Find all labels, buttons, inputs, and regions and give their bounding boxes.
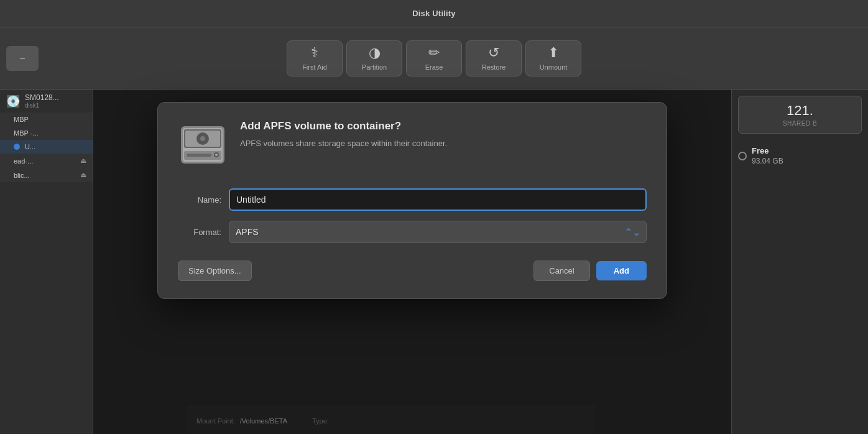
cancel-button[interactable]: Cancel: [533, 261, 589, 281]
free-info: Free 93.04 GB: [752, 146, 783, 165]
dialog-form: Name: Format: APFS APFS (Encrypted) APFS…: [178, 188, 647, 243]
partition-icon: ◑: [369, 46, 381, 60]
first-aid-label: First Aid: [302, 63, 327, 71]
toolbar: − ⚕ First Aid ◑ Partition ✏ Erase ↺ Rest…: [0, 27, 868, 90]
shared-space-panel: 121. SHARED B: [738, 96, 862, 134]
svg-point-9: [215, 154, 218, 156]
first-aid-button[interactable]: ⚕ First Aid: [287, 40, 343, 76]
add-volume-dialog: Add APFS volume to container? APFS volum…: [157, 102, 667, 299]
dialog-overlay: Add APFS volume to container? APFS volum…: [93, 90, 731, 434]
sidebar-volume-info-4: ead-...: [14, 157, 33, 165]
sidebar: 💽 SM0128... disk1 MBP MBP -... U...: [0, 90, 93, 434]
content-area: Add APFS volume to container? APFS volum…: [93, 90, 731, 434]
sidebar-volume-info: MBP: [14, 116, 29, 123]
dialog-title: Add APFS volume to container?: [240, 120, 447, 132]
svg-rect-7: [187, 154, 211, 157]
name-row: Name:: [178, 188, 647, 211]
dialog-buttons: Size Options... Cancel Add: [178, 261, 647, 281]
selected-indicator: [14, 144, 20, 150]
sidebar-item-blic[interactable]: blic... ⏏: [0, 168, 93, 182]
first-aid-icon: ⚕: [311, 46, 318, 60]
format-label: Format:: [178, 228, 221, 237]
size-options-button[interactable]: Size Options...: [178, 261, 252, 281]
sidebar-item-mbp[interactable]: MBP: [0, 113, 93, 126]
toolbar-left: −: [0, 27, 39, 89]
dialog-text: Add APFS volume to container? APFS volum…: [240, 120, 447, 150]
unmount-label: Unmount: [540, 63, 568, 71]
shared-label: SHARED B: [745, 120, 855, 127]
sidebar-item-sm0128[interactable]: 💽 SM0128... disk1: [0, 90, 93, 113]
name-input[interactable]: [229, 188, 647, 211]
sidebar-item-read[interactable]: ead-... ⏏: [0, 154, 93, 168]
dialog-description: APFS volumes share storage space within …: [240, 137, 447, 150]
sidebar-volume-info-5: blic...: [14, 172, 30, 179]
sidebar-volume-info-3: U...: [25, 143, 35, 150]
format-row: Format: APFS APFS (Encrypted) APFS (Case…: [178, 221, 647, 243]
free-item: Free 93.04 GB: [738, 146, 862, 165]
app-title: Disk Utility: [412, 9, 456, 18]
disk-icon: 💽: [6, 95, 20, 108]
sidebar-vol-label: MBP: [14, 116, 29, 123]
restore-label: Restore: [482, 63, 506, 71]
add-remove-button[interactable]: −: [6, 46, 39, 71]
shared-number: 121.: [745, 103, 855, 119]
free-size: 93.04 GB: [752, 157, 783, 165]
restore-icon: ↺: [488, 46, 499, 60]
hard-drive-icon: [178, 120, 228, 170]
format-select[interactable]: APFS APFS (Encrypted) APFS (Case-sensiti…: [229, 221, 647, 243]
unmount-button[interactable]: ⬆ Unmount: [525, 40, 581, 76]
erase-label: Erase: [425, 63, 443, 71]
sidebar-disk-label: SM0128...: [25, 93, 59, 102]
partition-button[interactable]: ◑ Partition: [346, 40, 402, 76]
sidebar-item-untitled[interactable]: U...: [0, 140, 93, 154]
eject-icon-blic[interactable]: ⏏: [80, 171, 86, 179]
name-label: Name:: [178, 195, 221, 205]
title-bar: Disk Utility: [0, 0, 868, 27]
sidebar-vol-label-2: MBP -...: [14, 129, 39, 137]
right-panel: 121. SHARED B Free 93.04 GB: [731, 90, 868, 434]
add-button[interactable]: Add: [596, 261, 647, 280]
svg-point-5: [200, 136, 205, 141]
sidebar-disk-info: SM0128... disk1: [25, 93, 59, 109]
dialog-header: Add APFS volume to container? APFS volum…: [178, 120, 647, 170]
eject-icon-read[interactable]: ⏏: [80, 157, 86, 165]
erase-button[interactable]: ✏ Erase: [406, 40, 462, 76]
main-layout: 💽 SM0128... disk1 MBP MBP -... U...: [0, 90, 868, 434]
sidebar-vol-label-5: blic...: [14, 172, 30, 179]
restore-button[interactable]: ↺ Restore: [466, 40, 522, 76]
unmount-icon: ⬆: [548, 46, 559, 60]
free-label: Free: [752, 146, 783, 155]
sidebar-disk-sublabel: disk1: [25, 102, 59, 109]
toolbar-center: ⚕ First Aid ◑ Partition ✏ Erase ↺ Restor…: [287, 40, 581, 76]
free-radio: [738, 152, 747, 160]
partition-label: Partition: [362, 63, 387, 71]
format-select-wrapper: APFS APFS (Encrypted) APFS (Case-sensiti…: [229, 221, 647, 243]
erase-icon: ✏: [428, 46, 440, 60]
sidebar-volume-info-2: MBP -...: [14, 129, 39, 137]
sidebar-vol-label-3: U...: [25, 143, 35, 150]
sidebar-vol-label-4: ead-...: [14, 157, 33, 165]
sidebar-item-mbp-dash[interactable]: MBP -...: [0, 126, 93, 140]
